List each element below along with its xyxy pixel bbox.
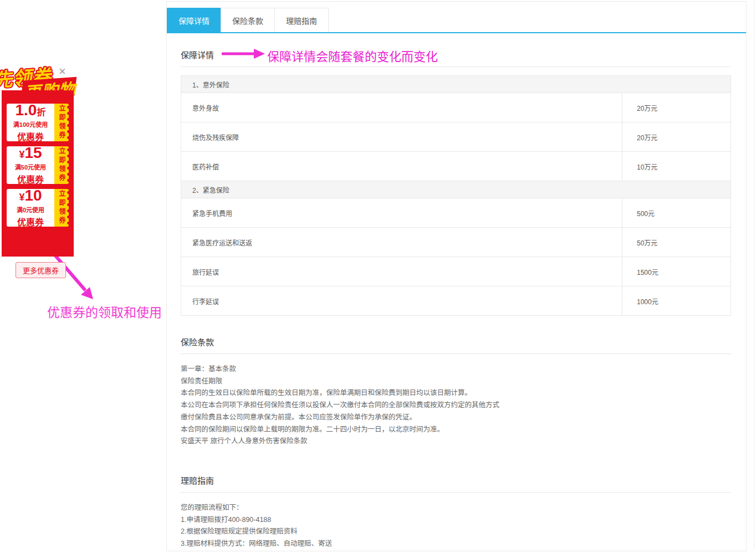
coupon-currency: ¥ — [19, 149, 24, 160]
coupon-number: 10 — [24, 187, 42, 204]
terms-line: 保险责任期限 — [181, 376, 731, 388]
claim-coupon-button[interactable]: 立即领券 — [54, 189, 69, 227]
claims-line: 您的理赔流程如下： — [181, 502, 731, 514]
coupon-list-box: 1.0折 满100元使用 优惠券 立即领券 ¥15 满50元使用 优惠券 — [2, 90, 74, 257]
coverage-table: 1、意外保险 意外身故 20万元 烧伤及残疾保障 20万元 医药补偿 10万元 … — [181, 75, 731, 316]
table-row: 意外身故 20万元 — [181, 93, 731, 122]
coverage-annotation: 保障详情会随套餐的变化而变化 — [267, 47, 438, 64]
coupon-unit: 折 — [37, 107, 45, 117]
benefit-name: 紧急医疗运送和送返 — [181, 228, 622, 257]
benefit-name: 旅行延误 — [181, 257, 622, 286]
coupon-name: 优惠券 — [17, 130, 44, 143]
benefit-amount: 20万元 — [622, 93, 731, 122]
coupon-body: ¥10 满0元使用 优惠券 — [7, 189, 54, 227]
coupon-number: 1.0 — [16, 101, 37, 119]
claims-line: 3.理赔材料提供方式：网络理赔、自动理赔、寄送 — [181, 538, 731, 550]
close-icon[interactable]: × — [59, 65, 66, 78]
coupon-body: ¥15 满50元使用 优惠券 — [7, 146, 54, 184]
benefit-name: 意外身故 — [181, 93, 622, 122]
claims-line: 1.申请理赔拨打400-890-4188 — [181, 514, 731, 526]
benefit-amount: 1000元 — [622, 286, 731, 315]
coupon-condition: 满50元使用 — [15, 162, 46, 171]
more-coupons-button[interactable]: 更多优惠券 — [16, 262, 66, 278]
benefit-amount: 1500元 — [622, 257, 731, 286]
coupon-condition: 满100元使用 — [13, 120, 48, 129]
benefit-name: 医药补偿 — [181, 152, 622, 181]
terms-line: 缴付保险费且本公司同意承保为前提。本公司应签发保险单作为承保的凭证。 — [181, 412, 731, 424]
terms-text: 第一章：基本条款 保险责任期限 本合同的生效日以保险单所载的生效日期为准，保险单… — [181, 363, 731, 448]
coupon-name: 优惠券 — [17, 172, 44, 186]
tab-coverage-detail[interactable]: 保障详情 — [167, 8, 221, 32]
terms-line: 安盛天平 旅行个人人身意外伤害保险条款 — [181, 436, 731, 448]
page-right-divider — [754, 0, 754, 549]
table-row: 旅行延误 1500元 — [181, 257, 731, 286]
coupon-body: 1.0折 满100元使用 优惠券 — [7, 104, 54, 141]
terms-title: 保险条款 — [181, 336, 731, 354]
coupon-condition: 满0元使用 — [17, 205, 44, 214]
table-row: 紧急手机费用 500元 — [181, 198, 731, 228]
coupon-ticket: 1.0折 满100元使用 优惠券 立即领券 — [7, 104, 69, 141]
table-section-header: 2、紧急保险 — [181, 181, 731, 198]
benefit-amount: 20万元 — [622, 122, 731, 151]
benefit-amount: 10万元 — [622, 152, 731, 181]
coupon-annotation: 优惠券的领取和使用 — [47, 302, 162, 321]
table-row: 行李延误 1000元 — [181, 286, 731, 316]
claims-line: 2.根据保险理赔规定提供保险理赔资料 — [181, 526, 731, 538]
tab-insurance-terms[interactable]: 保险条款 — [221, 8, 275, 32]
claims-title: 理赔指南 — [181, 474, 731, 493]
coupon-value: 1.0折 — [16, 103, 46, 118]
table-row: 紧急医疗运送和送返 50万元 — [181, 228, 731, 257]
terms-line: 第一章：基本条款 — [181, 363, 731, 376]
coupon-ticket: ¥10 满0元使用 优惠券 立即领券 — [7, 189, 69, 227]
benefit-name: 烧伤及残疾保障 — [181, 122, 622, 151]
coupon-currency: ¥ — [19, 192, 24, 203]
terms-line: 本公司在本合同项下承担任何保险责任须以投保人一次缴付本合同的全部保险费或按双方约… — [181, 400, 731, 412]
benefit-amount: 50万元 — [622, 228, 731, 257]
tab-bar: 保障详情 保险条款 理赔指南 — [167, 8, 746, 33]
coupon-value: ¥15 — [19, 145, 42, 161]
panel-content: 保障详情 1、意外保险 意外身故 20万元 烧伤及残疾保障 20万元 医药补偿 … — [167, 49, 746, 550]
coupon-name: 优惠券 — [17, 215, 44, 228]
tab-claims-guide[interactable]: 理赔指南 — [274, 8, 329, 32]
claim-coupon-label: 立即领券 — [58, 105, 65, 140]
benefit-name: 紧急手机费用 — [181, 198, 622, 227]
claim-coupon-label: 立即领券 — [58, 147, 65, 183]
coupon-number: 15 — [24, 144, 42, 161]
table-section-header: 1、意外保险 — [181, 76, 731, 93]
coupon-popup: × 先领券 再购物 1.0折 满100元使用 优惠券 立即领券 — [0, 61, 100, 260]
claim-coupon-button[interactable]: 立即领券 — [54, 104, 69, 141]
claims-text: 您的理赔流程如下： 1.申请理赔拨打400-890-4188 2.根据保险理赔规… — [181, 502, 731, 550]
benefit-name: 行李延误 — [181, 286, 622, 315]
terms-line: 本合同的生效日以保险单所载的生效日期为准，保险单满期日和保险费到期日均以该日期计… — [181, 387, 731, 400]
coverage-detail-title: 保障详情 — [181, 49, 731, 67]
claim-coupon-button[interactable]: 立即领券 — [54, 146, 69, 184]
coupon-ticket: ¥15 满50元使用 优惠券 立即领券 — [7, 146, 69, 184]
table-row: 烧伤及残疾保障 20万元 — [181, 122, 731, 152]
insurance-detail-panel: 保障详情 保险条款 理赔指南 保障详情 1、意外保险 意外身故 20万元 烧伤及… — [166, 1, 747, 551]
benefit-amount: 500元 — [622, 198, 731, 227]
terms-line: 本合同的保险期间以保险单上载明的期限为准。二十四小时为一日，以北京时间为准。 — [181, 424, 731, 436]
claim-coupon-label: 立即领券 — [58, 190, 65, 226]
page: 保障详情 保险条款 理赔指南 保障详情 1、意外保险 意外身故 20万元 烧伤及… — [0, 0, 756, 553]
table-row: 医药补偿 10万元 — [181, 152, 731, 181]
coupon-value: ¥10 — [19, 188, 42, 203]
